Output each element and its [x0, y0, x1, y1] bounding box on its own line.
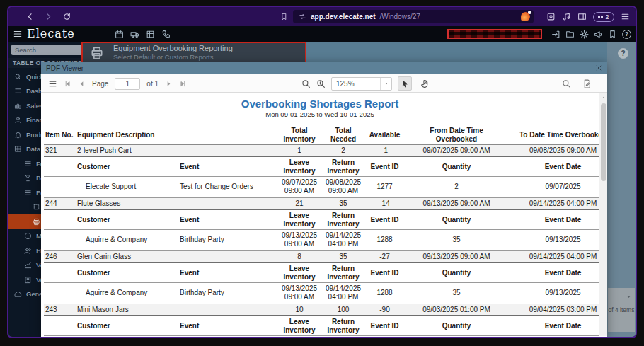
pointer-tool-button[interactable]	[398, 76, 412, 91]
subcol-leave-inventory: Leave Inventory	[277, 263, 321, 282]
subcol-customer: Customer	[76, 210, 178, 229]
select-icon	[33, 203, 40, 211]
pdf-menu-icon[interactable]	[48, 79, 57, 88]
app-header: Elecate ?	[8, 26, 636, 42]
redacted-user-info	[447, 29, 542, 39]
cell-item-no: 246	[44, 251, 76, 262]
next-page-icon[interactable]	[165, 80, 173, 88]
calendar-icon[interactable]	[115, 30, 124, 39]
glass-icon	[24, 174, 32, 182]
subcol-event: Event	[178, 316, 277, 335]
col-total-inventory: Total Inventory	[277, 125, 321, 144]
report-group-row: 243 Mini Mason Jars 10 100 -90 09/03/202…	[44, 304, 599, 315]
subcol-customer: Customer	[76, 263, 178, 282]
background-right-strip: of 4 items	[607, 42, 636, 337]
subcol-return-inventory: Return Inventory	[321, 157, 365, 176]
extension-flame-icon[interactable]	[521, 12, 530, 21]
zoom-level-select[interactable]: 125%	[331, 77, 392, 91]
back-icon[interactable]	[25, 12, 35, 21]
pdf-scrollbar[interactable]	[599, 93, 607, 336]
page-number-input[interactable]	[115, 78, 140, 90]
report-detail-row: Aguirre & Company Birthday Party 09/13/2…	[44, 283, 599, 304]
zoom-out-icon[interactable]	[301, 79, 311, 88]
report-header-row: Item No. Equipment Description Total Inv…	[44, 125, 599, 145]
logout-icon[interactable]	[551, 30, 560, 39]
list-icon	[14, 87, 22, 95]
sidebar-panel-icon[interactable]	[577, 12, 587, 21]
cell-from-date: 09/03/2025 01:00 PM	[404, 304, 509, 315]
screenshot-icon[interactable]	[546, 12, 556, 21]
pager-items-text: of 4 items	[608, 306, 635, 313]
page-body: TABLE OF CONTENTS Quick Loo Dashboar Sal…	[8, 42, 636, 337]
tooltip-subtitle: Select Default or Custom Reports	[113, 53, 233, 62]
browser-toolbar: app.dev.elecate.net/Windows/27 2	[8, 7, 636, 26]
subcol-event: Event	[178, 157, 277, 176]
forward-icon[interactable]	[44, 12, 53, 21]
annotation-box: Equipment Overbooking Reporting Select D…	[81, 42, 306, 64]
folder-icon[interactable]	[565, 30, 575, 39]
subcol-quantity: Quantity	[404, 157, 509, 176]
report-subheader-row: Customer Event Leave Inventory Return In…	[44, 262, 599, 283]
zoom-in-icon[interactable]	[316, 79, 326, 88]
cell-to-date: 09/14/2025 04:00 PM	[509, 251, 599, 262]
last-page-icon[interactable]	[179, 80, 187, 88]
pan-tool-button[interactable]	[418, 76, 432, 91]
subcol-quantity: Quantity	[404, 316, 509, 335]
close-icon[interactable]	[595, 64, 602, 71]
cell-total-needed: 100	[321, 304, 365, 315]
browser-menu-icon[interactable]	[621, 12, 630, 21]
subcol-event-id: Event ID	[365, 157, 404, 176]
page-total-label: of 1	[146, 80, 159, 88]
bookmark-icon[interactable]	[280, 13, 288, 21]
info-icon	[24, 232, 32, 240]
settings-gear-icon[interactable]	[580, 30, 589, 39]
zoom-level-value: 125%	[332, 80, 380, 88]
saved-items-icon[interactable]	[608, 30, 617, 39]
col-item-no: Item No.	[44, 125, 76, 144]
help-icon[interactable]: ?	[622, 30, 631, 39]
music-note-icon[interactable]	[562, 12, 571, 21]
tab-counter-pill[interactable]: 2	[593, 12, 614, 22]
cell-total-inventory: 21	[277, 198, 321, 209]
cell-customer: Aguirre & Company	[76, 230, 178, 249]
cell-description: Glen Carin Glass	[76, 251, 277, 262]
url-path: /Windows/27	[380, 13, 420, 21]
first-page-icon[interactable]	[64, 80, 71, 88]
cell-description: Mini Mason Jars	[76, 304, 277, 315]
catalog-icon[interactable]	[146, 30, 155, 39]
dialog-title-bar[interactable]: PDF Viewer	[41, 62, 607, 74]
people-icon	[24, 247, 32, 255]
subcol-event-id: Event ID	[365, 210, 404, 229]
subcol-customer: Customer	[76, 157, 178, 176]
cell-event: Birthday Party	[178, 283, 277, 302]
subcol-event: Event	[178, 263, 277, 282]
scrollbar-thumb[interactable]	[601, 103, 606, 181]
chevron-down-icon	[384, 81, 389, 86]
col-from-date: From Date Time Overbooked	[404, 125, 509, 144]
chart-line-icon	[24, 261, 32, 269]
cell-from-date: 09/13/2025 09:00 AM	[404, 198, 509, 209]
cell-from-date: 09/07/2025 09:00 AM	[404, 145, 509, 156]
cell-event-date: 09/13/2025	[509, 283, 599, 302]
search-icon[interactable]	[562, 79, 571, 88]
col-total-needed: Total Needed	[321, 125, 365, 144]
announcements-icon[interactable]	[594, 30, 603, 39]
cell-description: 2-level Push Cart	[76, 145, 277, 156]
url-bar[interactable]: app.dev.elecate.net/Windows/27	[293, 10, 534, 23]
prev-page-icon[interactable]	[78, 80, 86, 88]
cell-item-no: 243	[44, 304, 76, 315]
truck-icon[interactable]	[130, 30, 139, 39]
reload-icon[interactable]	[62, 12, 71, 21]
app-logo: Elecate	[27, 27, 75, 40]
list-icon	[24, 160, 32, 168]
report-subheader-row: Customer Event Leave Inventory Return In…	[44, 209, 599, 230]
app-menu-icon[interactable]	[13, 29, 23, 39]
page-help-button: ?	[618, 48, 628, 59]
scroll-up-icon[interactable]	[601, 95, 606, 100]
home-icon	[14, 290, 22, 298]
site-info-icon[interactable]	[299, 13, 306, 21]
export-icon[interactable]	[582, 79, 592, 88]
cell-total-needed: 35	[321, 198, 365, 209]
phone-icon[interactable]	[161, 30, 171, 39]
cell-item-no: 321	[44, 145, 76, 156]
